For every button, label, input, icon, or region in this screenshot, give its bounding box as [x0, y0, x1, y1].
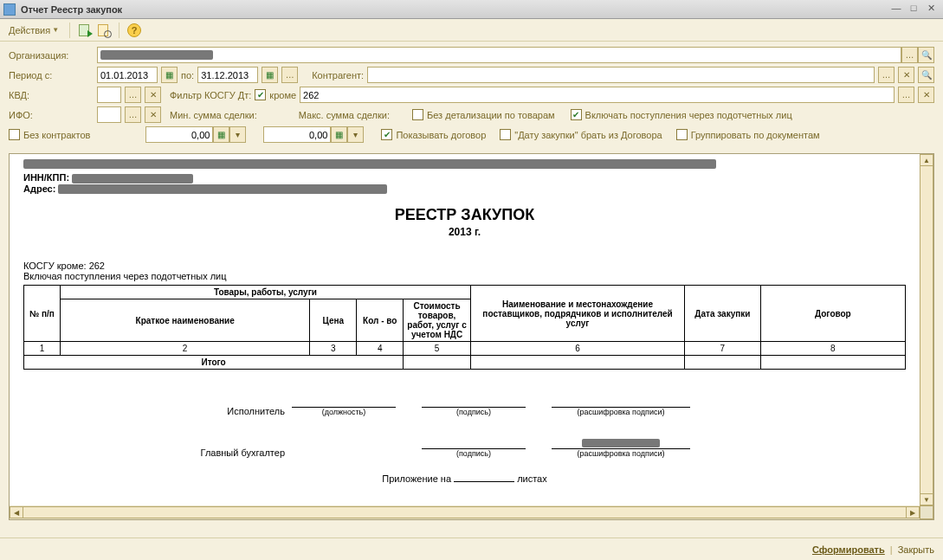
show-contract-checkbox[interactable]: [381, 129, 392, 140]
num1-input[interactable]: [145, 126, 213, 143]
kvd-clear-button[interactable]: ✕: [145, 87, 161, 103]
contragent-select-button[interactable]: …: [878, 67, 895, 83]
titlebar: Отчет Реестр закупок — □ ✕: [0, 0, 943, 19]
scroll-right-button[interactable]: ▶: [906, 506, 920, 518]
org-input[interactable]: [97, 47, 901, 63]
redacted: [72, 174, 193, 183]
period-from-cal-button[interactable]: ▦: [161, 67, 178, 83]
separator: [119, 23, 119, 38]
app-icon: [3, 3, 16, 16]
kvd-label: КВД:: [9, 90, 94, 100]
scroll-corner: [920, 505, 933, 519]
colnum: 3: [310, 342, 357, 356]
period-label: Период с:: [9, 70, 94, 80]
show-contract-label: Показывать договор: [396, 130, 486, 140]
kosgu-note: КОСГУ кроме: 262: [23, 261, 906, 271]
scroll-left-button[interactable]: ◀: [10, 506, 23, 518]
ifo-input[interactable]: [97, 106, 121, 123]
no-contracts-label: Без контрактов: [23, 130, 90, 140]
signature-caption: (подпись): [422, 449, 526, 458]
contragent-label: Контрагент:: [312, 70, 364, 80]
filter-panel: Организация: … 🔍 Период с: ▦ по: ▦ … Кон…: [0, 42, 943, 153]
help-button[interactable]: ?: [126, 23, 142, 38]
colnum: 1: [24, 342, 61, 356]
report-year: 2013 г.: [23, 226, 906, 238]
v-scrollbar[interactable]: ▲ ▼: [920, 154, 933, 519]
period-to-cal-button[interactable]: ▦: [262, 67, 278, 83]
scroll-v-track[interactable]: [920, 166, 933, 493]
sheets-label: листах: [517, 473, 547, 484]
colnum: 2: [60, 342, 310, 356]
scroll-down-button[interactable]: ▼: [920, 493, 933, 505]
col-contract: Договор: [760, 286, 905, 342]
num2-field: ▦ ▾: [263, 126, 364, 143]
play-icon: [79, 24, 91, 36]
num2-input[interactable]: [263, 126, 331, 143]
no-detail-label: Без детализации по товарам: [427, 110, 555, 120]
num2-spin[interactable]: ▾: [347, 126, 364, 143]
report-table: № п/п Товары, работы, услуги Наименовани…: [23, 285, 906, 370]
date-from-contract-checkbox[interactable]: [500, 129, 511, 140]
kosgu-clear-button[interactable]: ✕: [918, 87, 934, 103]
num1-spin[interactable]: ▾: [229, 126, 246, 143]
colnum: 7: [685, 342, 761, 356]
num1-calc-button[interactable]: ▦: [213, 126, 229, 143]
h-scrollbar[interactable]: ◀ ▶: [10, 505, 920, 519]
max-sum-label: Макс. сумма сделки:: [299, 110, 390, 120]
ifo-select-button[interactable]: …: [125, 106, 141, 123]
kvd-select-button[interactable]: …: [125, 87, 141, 103]
contragent-search-button[interactable]: 🔍: [918, 67, 934, 83]
position-caption: (должность): [292, 408, 396, 416]
colnum: 4: [357, 342, 404, 356]
maximize-button[interactable]: □: [905, 3, 922, 16]
contragent-clear-button[interactable]: ✕: [898, 67, 914, 83]
scroll-up-button[interactable]: ▲: [920, 154, 933, 166]
decipher-caption: (расшифровка подписи): [552, 408, 690, 416]
org-search-button[interactable]: 🔍: [918, 47, 934, 63]
colnum: 6: [471, 342, 685, 356]
period-from-input[interactable]: [97, 67, 158, 83]
col-cost-vat: Стоимость товаров, работ, услуг с учетом…: [404, 299, 471, 342]
report-area: ИНН/КПП: Адрес: РЕЕСТР ЗАКУПОК 2013 г. К…: [9, 153, 934, 520]
colnum: 5: [404, 342, 471, 356]
col-goods-group: Товары, работы, услуги: [60, 286, 470, 299]
form-button[interactable]: Сформировать: [812, 544, 885, 555]
preview-button[interactable]: [96, 23, 112, 38]
kosgu-filter-label: Фильтр КОСГУ Дт:: [170, 90, 251, 100]
toolbar: Действия ▼ ?: [0, 19, 943, 42]
krome-label: кроме: [269, 90, 296, 100]
org-label: Организация:: [9, 50, 94, 61]
scroll-h-track[interactable]: [23, 506, 906, 518]
footer-close-button[interactable]: Закрыть: [898, 544, 934, 555]
signature-caption: (подпись): [422, 408, 526, 416]
kvd-input[interactable]: [97, 87, 121, 103]
ifo-label: ИФО:: [9, 110, 94, 120]
magnifier-icon: [98, 24, 110, 36]
no-contracts-checkbox[interactable]: [9, 129, 20, 140]
group-by-docs-checkbox[interactable]: [676, 129, 688, 140]
minimize-button[interactable]: —: [888, 3, 905, 16]
chief-acc-label: Главный бухгалтер: [23, 447, 292, 458]
window-title: Отчет Реестр закупок: [21, 4, 888, 15]
krome-checkbox[interactable]: [255, 89, 266, 100]
num2-calc-button[interactable]: ▦: [331, 126, 347, 143]
kosgu-input[interactable]: [300, 87, 895, 103]
executor-label: Исполнитель: [23, 406, 292, 416]
period-to-label: по:: [181, 70, 194, 80]
redacted: [23, 159, 716, 169]
contragent-input[interactable]: [367, 67, 875, 83]
ifo-clear-button[interactable]: ✕: [145, 106, 161, 123]
include-accountable-checkbox[interactable]: [571, 109, 582, 120]
col-supplier: Наименование и местонахождение поставщик…: [471, 286, 685, 342]
kosgu-select-button[interactable]: …: [898, 87, 914, 103]
footer: Сформировать | Закрыть: [0, 537, 943, 560]
generate-button[interactable]: [77, 23, 93, 38]
period-select-button[interactable]: …: [281, 67, 298, 83]
group-by-docs-label: Группировать по документам: [691, 130, 820, 140]
actions-menu[interactable]: Действия ▼: [5, 23, 62, 37]
org-select-button[interactable]: …: [901, 47, 918, 63]
min-sum-label: Мин. сумма сделки:: [170, 110, 257, 120]
close-button[interactable]: ✕: [922, 3, 940, 16]
period-to-input[interactable]: [197, 67, 258, 83]
no-detail-checkbox[interactable]: [412, 109, 423, 120]
